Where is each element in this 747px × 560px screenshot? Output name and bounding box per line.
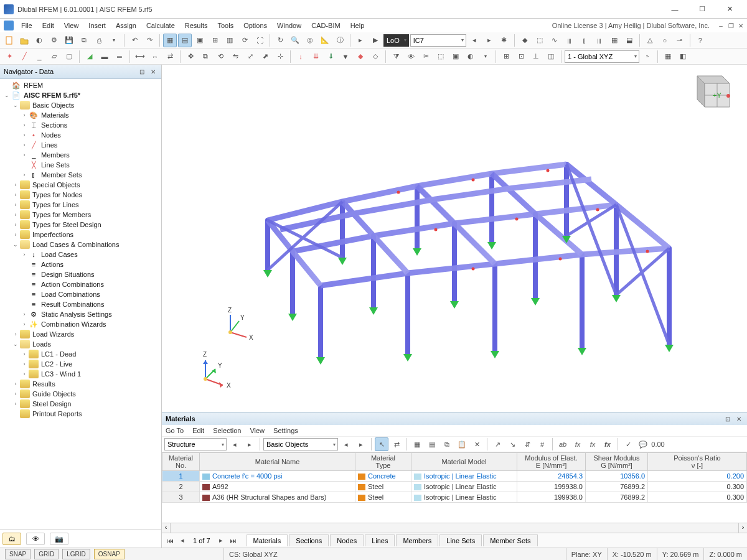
tree-static[interactable]: Static Analysis Settings: [41, 310, 112, 318]
table-row[interactable]: 1Concrete f'c = 4000 psiConcreteIsotropi…: [162, 471, 747, 482]
bpanel-prev-sub[interactable]: ◂: [339, 437, 353, 451]
section-tool[interactable]: ⬚: [434, 50, 448, 63]
tree-lc2[interactable]: LC2 - Live: [41, 360, 72, 368]
menu-window[interactable]: Window: [272, 20, 306, 31]
line-tool[interactable]: ╱: [17, 50, 31, 63]
console-toggle[interactable]: ▥: [223, 34, 237, 47]
render-tool[interactable]: ◐: [464, 50, 477, 63]
tree-typesnodes[interactable]: Types for Nodes: [32, 191, 82, 198]
tree-lcc[interactable]: Load Cases & Combinations: [32, 241, 119, 248]
full-screen-button[interactable]: ⛶: [253, 34, 266, 47]
color-map-button[interactable]: ▦: [608, 34, 621, 47]
tree-membersets[interactable]: Member Sets: [41, 171, 82, 179]
bpanel-renumber[interactable]: #: [535, 437, 549, 451]
table-tab-materials[interactable]: Materials: [247, 534, 288, 546]
panel-toggle[interactable]: ▣: [193, 34, 207, 47]
bpanel-combo-structure[interactable]: Structure: [164, 438, 227, 450]
support-button[interactable]: △: [643, 34, 657, 47]
clip-tool[interactable]: ✂: [419, 50, 433, 63]
tree-sections[interactable]: Sections: [41, 121, 67, 129]
pager-first[interactable]: ⏮: [164, 535, 176, 546]
tree-lines[interactable]: Lines: [41, 141, 57, 149]
bpanel-reorder[interactable]: ⇵: [520, 437, 534, 451]
menu-options[interactable]: Options: [238, 20, 272, 31]
bpanel-delete-row[interactable]: ▤: [425, 437, 439, 451]
tree-root[interactable]: RFEM: [24, 82, 43, 89]
coord-system-combo[interactable]: 1 - Global XYZ: [565, 50, 639, 63]
tree-special[interactable]: Special Objects: [32, 181, 80, 189]
bpanel-menu-edit[interactable]: Edit: [192, 427, 204, 434]
ortho-toggle[interactable]: ⊥: [529, 50, 543, 63]
materials-table[interactable]: Material No. Material Name Material Type…: [162, 452, 747, 503]
nav-tab-display[interactable]: 👁: [26, 533, 45, 545]
menu-help[interactable]: Help: [345, 20, 370, 31]
bpanel-comment[interactable]: 💬: [636, 437, 650, 451]
load-imposed-tool[interactable]: ◇: [369, 50, 382, 63]
tree-nodes[interactable]: Nodes: [41, 131, 61, 139]
filter-tool[interactable]: ⧩: [389, 50, 403, 63]
workplane-toggle[interactable]: ◫: [544, 50, 558, 63]
member-tool[interactable]: ⎯: [32, 50, 46, 63]
bpanel-hscroll[interactable]: ‹ ›: [162, 523, 747, 533]
lgrid-toggle[interactable]: LGRID: [62, 549, 90, 559]
bpanel-paste[interactable]: 📋: [455, 437, 469, 451]
bpanel-precision[interactable]: 0.00: [651, 437, 665, 451]
navigator-pin-icon[interactable]: ⊡: [138, 67, 146, 76]
snap-toggle[interactable]: SNAP: [5, 549, 31, 559]
bpanel-prev-cat[interactable]: ◂: [228, 437, 242, 451]
toolbox-toggle[interactable]: ⊞: [208, 34, 222, 47]
prev-loadcase-button[interactable]: ◂: [467, 34, 481, 47]
load-surface-tool[interactable]: ▼: [339, 50, 352, 63]
bpanel-menu-goto[interactable]: Go To: [166, 427, 184, 434]
help-button[interactable]: ?: [693, 34, 707, 47]
app-menu-icon[interactable]: [4, 21, 14, 30]
table-tab-lines[interactable]: Lines: [365, 534, 395, 546]
default-view-button[interactable]: ⟳: [238, 34, 251, 47]
tree-members[interactable]: Members: [41, 151, 70, 159]
nav-tab-data[interactable]: 🗂: [2, 533, 21, 545]
info-button[interactable]: ⓘ: [333, 34, 347, 47]
col-type[interactable]: Material Type: [355, 453, 411, 471]
block-manager-button[interactable]: ◐: [32, 34, 46, 47]
col-name[interactable]: Material Name: [200, 453, 355, 471]
table-tab-member-sets[interactable]: Member Sets: [483, 534, 537, 546]
maximize-button[interactable]: ☐: [688, 1, 716, 18]
show-all-button[interactable]: ◎: [303, 34, 317, 47]
col-model[interactable]: Material Model: [411, 453, 517, 471]
loadcase-combo[interactable]: IC7: [410, 34, 466, 47]
tree-linesets[interactable]: Line Sets: [41, 161, 70, 169]
snap-toggle[interactable]: ⊡: [514, 50, 528, 63]
calculate-all-button[interactable]: ▸: [354, 34, 367, 47]
load-member-tool[interactable]: ⇓: [324, 50, 337, 63]
mdi-restore[interactable]: ❐: [726, 21, 736, 30]
bpanel-fx1[interactable]: fx: [571, 437, 585, 451]
menu-file[interactable]: File: [16, 20, 37, 31]
next-loadcase-button[interactable]: ▸: [482, 34, 496, 47]
extrude-tool[interactable]: ⬈: [258, 50, 272, 63]
menu-insert[interactable]: Insert: [83, 20, 111, 31]
pager-prev[interactable]: ◂: [177, 535, 188, 546]
release-button[interactable]: ⊸: [673, 34, 687, 47]
dim2-tool[interactable]: ↔: [148, 50, 162, 63]
menu-assign[interactable]: Assign: [111, 20, 141, 31]
col-poisson[interactable]: Poisson's Ratio ν [-]: [648, 453, 747, 471]
tree-combwiz[interactable]: Combination Wizards: [41, 320, 106, 328]
grid-toggle[interactable]: ⊞: [499, 50, 513, 63]
table-tab-sections[interactable]: Sections: [289, 534, 329, 546]
nav-cube[interactable]: +Y: [685, 71, 735, 114]
menu-edit[interactable]: Edit: [37, 20, 59, 31]
dim-tool[interactable]: ⟷: [133, 50, 147, 63]
view-iso-button[interactable]: ◧: [676, 50, 690, 63]
tree-loadwiz[interactable]: Load Wizards: [32, 330, 74, 338]
tree-designsit[interactable]: Design Situations: [41, 271, 95, 278]
tree-guide[interactable]: Guide Objects: [32, 390, 76, 398]
tree-lc3[interactable]: LC3 - Wind 1: [41, 370, 81, 378]
find-button[interactable]: 🔍: [288, 34, 302, 47]
tree-lc1[interactable]: LC1 - Dead: [41, 350, 76, 358]
pager-next[interactable]: ▸: [215, 535, 227, 546]
bpanel-pin-icon[interactable]: ⊡: [723, 414, 732, 423]
mdi-minimize[interactable]: –: [716, 21, 726, 30]
tree-printout[interactable]: Printout Reports: [32, 410, 82, 418]
pager-last[interactable]: ⏭: [228, 535, 239, 546]
bpanel-menu-settings[interactable]: Settings: [273, 427, 298, 434]
